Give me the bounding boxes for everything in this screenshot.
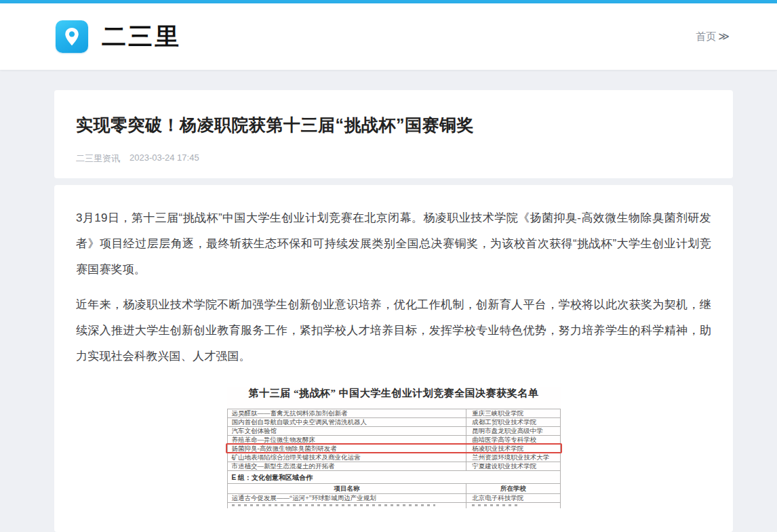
school-cell: 北京电子科技学院 bbox=[466, 494, 559, 502]
table-row: 运通古今促发展——“运河+”环球影城周边产业规划 北京电子科技学院 bbox=[228, 494, 560, 503]
table-row: 市道植交—新型生态混凝土的开拓者 宁夏建设职业技术学院 bbox=[228, 462, 560, 471]
school-cell-truncated bbox=[466, 503, 559, 508]
home-link[interactable]: 首页 ≫ bbox=[696, 30, 730, 43]
school-cell: 成都工贸职业技术学院 bbox=[466, 418, 559, 426]
school-cell: 杨凌职业技术学院 bbox=[466, 445, 559, 453]
school-cell: 曲靖医学高等专科学校 bbox=[466, 436, 559, 444]
table-section-header: E 组：文化创意和区域合作 bbox=[228, 471, 560, 484]
school-cell: 宁夏建设职业技术学院 bbox=[466, 462, 559, 470]
project-cell: 国内首创自导航自吸式中央空调风管清洗机器人 bbox=[228, 418, 467, 426]
table-header-row: 项目名称 所在学校 bbox=[228, 484, 560, 494]
site-logo[interactable]: 二三里 bbox=[56, 20, 181, 53]
article-title: 实现零突破！杨凌职院获第十三届“挑战杯”国赛铜奖 bbox=[76, 113, 711, 136]
project-cell: 运通古今促发展——“运河+”环球影城周边产业规划 bbox=[228, 494, 467, 502]
site-header: 二三里 首页 ≫ bbox=[0, 3, 777, 70]
table-row: 矿山地表塌陷综合治理关键技术及商业化运营 兰州资源环境职业技术大学 bbox=[228, 453, 560, 462]
article-body-card: 3月19日，第十三届“挑战杯”中国大学生创业计划竞赛在北京闭幕。杨凌职业技术学院… bbox=[54, 185, 733, 532]
project-cell: 扬菌抑臭-高效微生物除臭菌剂研发者 bbox=[228, 445, 467, 453]
table-row: 养殖革命—异位微生物发酵床 曲靖医学高等专科学校 bbox=[228, 436, 560, 445]
column-header-school: 所在学校 bbox=[466, 484, 559, 493]
article-paragraph: 近年来，杨凌职业技术学院不断加强学生创新创业意识培养，优化工作机制，创新育人平台… bbox=[76, 292, 711, 369]
award-list-table: 远昊醳肽——畜禽无抗饲料添加剂创新者 重庆三峡职业学院 国内首创自导航自吸式中央… bbox=[227, 409, 561, 508]
school-cell: 兰州资源环境职业技术大学 bbox=[466, 453, 559, 462]
article-byline: 二三里资讯 2023-03-24 17:45 bbox=[76, 152, 711, 165]
article-title-card: 实现零突破！杨凌职院获第十三届“挑战杯”国赛铜奖 二三里资讯 2023-03-2… bbox=[54, 90, 733, 178]
project-cell: 养殖革命—异位微生物发酵床 bbox=[228, 436, 467, 444]
school-cell: 重庆三峡职业学院 bbox=[466, 409, 559, 417]
double-chevron-right-icon: ≫ bbox=[718, 31, 730, 42]
project-cell: 市道植交—新型生态混凝土的开拓者 bbox=[228, 462, 467, 470]
page-content: 实现零突破！杨凌职院获第十三届“挑战杯”国赛铜奖 二三里资讯 2023-03-2… bbox=[54, 90, 733, 532]
table-row-truncated bbox=[228, 503, 560, 508]
project-cell: 矿山地表塌陷综合治理关键技术及商业化运营 bbox=[228, 453, 467, 462]
article-timestamp: 2023-03-24 17:45 bbox=[130, 152, 199, 165]
home-link-label: 首页 bbox=[696, 30, 716, 43]
location-pin-icon bbox=[56, 20, 88, 53]
article-paragraph: 3月19日，第十三届“挑战杯”中国大学生创业计划竞赛在北京闭幕。杨凌职业技术学院… bbox=[76, 205, 711, 283]
project-cell-truncated bbox=[228, 503, 467, 508]
table-row: 远昊醳肽——畜禽无抗饲料添加剂创新者 重庆三峡职业学院 bbox=[228, 409, 560, 418]
project-cell: 远昊醳肽——畜禽无抗饲料添加剂创新者 bbox=[228, 409, 467, 417]
table-row-highlighted: 扬菌抑臭-高效微生物除臭菌剂研发者 杨凌职业技术学院 bbox=[228, 445, 560, 453]
brand-name[interactable]: 二三里 bbox=[102, 24, 181, 49]
article-source: 二三里资讯 bbox=[76, 152, 120, 165]
table-row: 国内首创自导航自吸式中央空调风管清洗机器人 成都工贸职业技术学院 bbox=[228, 418, 560, 427]
award-list-image: 第十三届 “挑战杯” 中国大学生创业计划竞赛全国决赛获奖名单 远昊醳肽——畜禽无… bbox=[227, 387, 561, 508]
project-cell: 汽车文创体验馆 bbox=[228, 427, 467, 435]
school-cell: 昆明市盘龙职业高级中学 bbox=[466, 427, 559, 435]
column-header-project: 项目名称 bbox=[228, 484, 467, 493]
award-list-image-title: 第十三届 “挑战杯” 中国大学生创业计划竞赛全国决赛获奖名单 bbox=[227, 387, 561, 400]
table-row: 汽车文创体验馆 昆明市盘龙职业高级中学 bbox=[228, 427, 560, 436]
